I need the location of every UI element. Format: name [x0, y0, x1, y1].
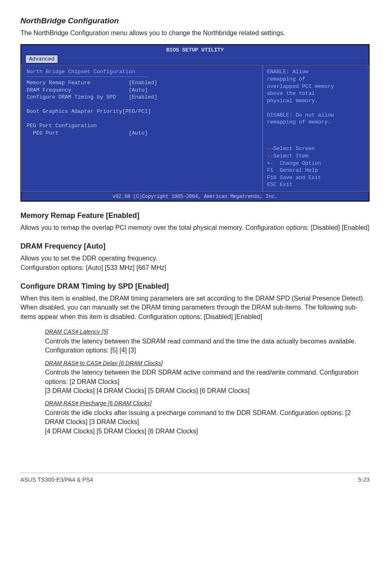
bios-row-boot-graphics[interactable]: Boot Graphics Adapter Priority[PEG/PCI]	[27, 108, 258, 115]
bios-value: [Enabled]	[129, 94, 157, 100]
bios-body: North Bridge Chipset Configuration Memor…	[21, 64, 369, 192]
bios-label: Boot Graphics Adapter Priority[PEG/PCI]	[27, 108, 151, 114]
bios-row-blank1	[27, 101, 258, 108]
bios-value: [Auto]	[129, 87, 148, 93]
bios-key-select-item: Select Item	[273, 153, 309, 159]
subhead-dram-ras-precharge: DRAM RAS# Precharge [6 DRAM Clocks]	[45, 399, 370, 408]
heading-dram-frequency: DRAM Frequency [Auto]	[20, 242, 370, 251]
bios-key-select-screen: Select Screen	[273, 146, 315, 152]
paragraph-northbridge-intro: The NorthBridge Configuration menu allow…	[20, 29, 370, 38]
bios-row-blank2	[27, 115, 258, 123]
bios-label: DRAM Frequency	[27, 87, 71, 93]
bios-label: Memory Remap Feature	[27, 80, 90, 86]
bios-label: PEG Port	[27, 130, 58, 136]
bios-section-heading: North Bridge Chipset Configuration	[27, 68, 258, 76]
bios-right-pane: ENABLE: Allow remapping of overlapped PC…	[262, 65, 369, 192]
bios-key-hints: Select Screen Select Item +- Change Opti…	[267, 138, 364, 189]
bios-row-dram-frequency[interactable]: DRAM Frequency [Auto]	[27, 87, 258, 94]
bios-key-general-help: F1 General Help	[267, 167, 318, 173]
bios-value: [Enabled]	[129, 80, 157, 86]
bios-divider	[27, 76, 149, 77]
footer-right: 5-23	[358, 476, 370, 483]
heading-configure-dram-spd: Configure DRAM Timing by SPD [Enabled]	[20, 282, 370, 291]
bios-tab-advanced[interactable]: Advanced	[25, 55, 58, 64]
arrow-ud-icon	[267, 153, 273, 159]
paragraph-memory-remap: Allows you to remap the overlap PCI memo…	[20, 223, 370, 232]
page-footer: ASUS TS300-E3/PA4 & PS4 5-23	[20, 473, 370, 483]
arrow-lr-icon	[267, 146, 273, 152]
bios-row-configure-dram-spd[interactable]: Configure DRAM Timing by SPD [Enabled]	[27, 94, 258, 101]
bios-label: Configure DRAM Timing by SPD	[27, 94, 116, 100]
bios-row-peg-port[interactable]: PEG Port [Auto]	[27, 130, 258, 137]
bios-label: PEG Port Configuration	[27, 123, 97, 129]
bios-footer: v02.58 (C)Copyright 1985-2004, American …	[21, 192, 369, 201]
sub-items-block: DRAM CAS# Latency [5] Controls the laten…	[45, 328, 370, 436]
bios-left-pane: North Bridge Chipset Configuration Memor…	[21, 65, 262, 192]
bios-row-memory-remap[interactable]: Memory Remap Feature [Enabled]	[27, 79, 258, 87]
paragraph-dram-ras-precharge: Controls the idle clocks after issuing a…	[45, 408, 370, 436]
paragraph-dram-cas-latency: Controls the latency between the SDRAM r…	[45, 337, 370, 355]
footer-left: ASUS TS300-E3/PA4 & PS4	[20, 476, 93, 483]
subhead-dram-cas-latency: DRAM CAS# Latency [5]	[45, 328, 370, 336]
bios-header: BIOS SETUP UTILITY Advanced	[21, 45, 369, 64]
bios-key-save-exit: F10 Save and Exit	[267, 175, 321, 181]
subhead-dram-ras-cas-delay: DRAM RAS# to CAS# Delay [6 DRAM Clocks]	[45, 359, 370, 368]
paragraph-dram-frequency: Allows you to set the DDR operating freq…	[20, 254, 370, 272]
paragraph-configure-dram-spd: When this item is enabled, the DRAM timi…	[20, 294, 370, 321]
paragraph-dram-ras-cas-delay: Controls the latency between the DDR SDR…	[45, 368, 370, 395]
bios-row-peg-config: PEG Port Configuration	[27, 122, 258, 130]
bios-key-change-option: +- Change Option	[267, 160, 321, 166]
heading-memory-remap: Memory Remap Feature [Enabled]	[20, 211, 370, 220]
bios-setup-panel: BIOS SETUP UTILITY Advanced North Bridge…	[20, 44, 370, 201]
heading-northbridge-config: NorthBridge Configuration	[20, 16, 370, 25]
bios-help-text: ENABLE: Allow remapping of overlapped PC…	[267, 68, 364, 126]
bios-key-esc-exit: ESC Exit	[267, 182, 292, 188]
bios-value: [Auto]	[129, 130, 148, 136]
bios-title: BIOS SETUP UTILITY	[25, 47, 365, 54]
